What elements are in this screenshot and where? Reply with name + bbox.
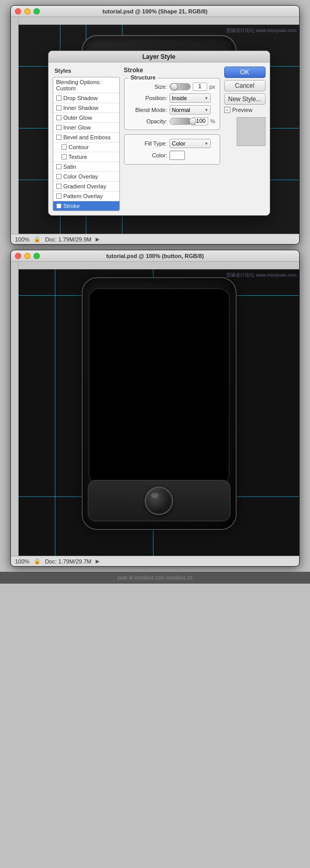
style-item-texture[interactable]: Texture xyxy=(53,152,119,162)
checkbox-drop-shadow[interactable] xyxy=(56,95,61,101)
close-button-2[interactable] xyxy=(15,253,21,259)
color-row: Color: xyxy=(129,151,215,160)
ruler-horizontal-1 xyxy=(19,17,299,25)
style-item-stroke[interactable]: ✓ Stroke xyxy=(53,201,119,211)
style-item-pattern-overlay[interactable]: Pattern Overlay xyxy=(53,191,119,201)
style-item-gradient-overlay[interactable]: Gradient Overlay xyxy=(53,182,119,191)
dialog-title: Layer Style xyxy=(142,53,175,60)
style-item-inner-glow[interactable]: Inner Glow xyxy=(53,123,119,133)
style-item-satin[interactable]: Satin xyxy=(53,162,119,172)
size-slider[interactable] xyxy=(169,83,191,90)
canvas-content-2: 思缘设计论坛 www.missyuan.com xyxy=(19,269,299,556)
style-item-inner-shadow[interactable]: Inner Shadow xyxy=(53,103,119,113)
fill-type-section: Fill Type: Color ▼ Color: xyxy=(124,134,220,165)
checkbox-outer-glow[interactable] xyxy=(56,115,61,120)
position-select[interactable]: Inside ▼ xyxy=(169,93,211,103)
phone-bottom-bar xyxy=(88,480,230,521)
style-label-inner-glow: Inner Glow xyxy=(64,124,91,131)
checkbox-gradient-overlay[interactable] xyxy=(56,184,61,189)
window-2-title: tutorial.psd @ 100% (button, RGB/8) xyxy=(106,253,204,259)
position-select-wrapper: Inside ▼ xyxy=(169,93,211,103)
blend-mode-select[interactable]: Normal ▼ xyxy=(169,105,211,115)
style-label-satin: Satin xyxy=(64,164,76,170)
checkbox-bevel[interactable] xyxy=(56,135,61,140)
size-label: Size: xyxy=(129,84,167,90)
checkbox-stroke[interactable]: ✓ xyxy=(56,203,61,208)
opacity-label: Opacity: xyxy=(129,118,167,124)
opacity-slider-thumb[interactable] xyxy=(189,118,196,125)
opacity-unit: % xyxy=(210,118,215,124)
style-item-contour[interactable]: Contour xyxy=(53,142,119,152)
layer-style-dialog: Layer Style Styles Blending Options: Cus… xyxy=(48,51,270,216)
style-item-color-overlay[interactable]: Color Overlay xyxy=(53,172,119,182)
checkbox-inner-glow[interactable] xyxy=(56,125,61,130)
settings-panel: Stroke Structure Size: 1 px xyxy=(124,67,220,211)
ps-window-1: tutorial.psd @ 100% (Shape 21, RGB/8) 思缘… xyxy=(10,5,300,245)
ok-button[interactable]: OK xyxy=(224,67,266,78)
size-row: Size: 1 px xyxy=(129,83,215,91)
new-style-button[interactable]: New Style... xyxy=(224,93,266,105)
maximize-button-2[interactable] xyxy=(34,253,40,259)
watermark-2: 思缘设计论坛 www.missyuan.com xyxy=(226,272,297,279)
zoom-level-1: 100% xyxy=(15,236,29,243)
style-label-inner-shadow: Inner Shadow xyxy=(64,105,99,111)
zoom-level-2: 100% xyxy=(15,558,29,565)
fill-type-row: Fill Type: Color ▼ xyxy=(129,139,215,148)
size-slider-thumb[interactable] xyxy=(171,83,178,90)
style-item-blending[interactable]: Blending Options: Custom xyxy=(53,77,119,93)
window-2-titlebar: tutorial.psd @ 100% (button, RGB/8) xyxy=(11,250,299,262)
size-unit: px xyxy=(209,84,215,90)
minimize-button-2[interactable] xyxy=(24,253,30,259)
color-label: Color: xyxy=(129,152,167,158)
size-input[interactable]: 1 xyxy=(193,83,207,91)
dialog-buttons: OK Cancel New Style... ✓ Preview xyxy=(224,67,266,211)
cancel-button[interactable]: Cancel xyxy=(224,80,266,91)
position-row: Position: Inside ▼ xyxy=(129,93,215,103)
style-item-drop-shadow[interactable]: Drop Shadow xyxy=(53,93,119,103)
preview-checkbox[interactable]: ✓ xyxy=(224,107,230,113)
position-value: Inside xyxy=(172,95,187,101)
checkbox-inner-shadow[interactable] xyxy=(56,105,61,110)
minimize-button-1[interactable] xyxy=(24,8,30,14)
styles-list: Blending Options: Custom Drop Shadow Inn… xyxy=(53,77,120,211)
fill-type-select[interactable]: Color ▼ xyxy=(169,139,211,148)
status-arrow-2: ▶ xyxy=(96,558,100,564)
statusbar-2: 100% 🔒 Doc: 1.79M/29.7M ▶ xyxy=(11,556,299,566)
dialog-titlebar: Layer Style xyxy=(49,51,270,62)
fill-type-value: Color xyxy=(172,140,185,147)
preview-label-row: ✓ Preview xyxy=(224,107,266,113)
ruler-horizontal-2 xyxy=(19,262,299,269)
preview-area xyxy=(237,117,266,146)
watermark-1: 思缘设计论坛 www.missyuan.com xyxy=(226,27,297,34)
status-icon-2: 🔒 xyxy=(34,558,41,565)
checkbox-satin[interactable] xyxy=(56,164,61,169)
stroke-section-title: Stroke xyxy=(124,67,220,74)
fill-type-label: Fill Type: xyxy=(129,140,167,147)
statusbar-1: 100% 🔒 Doc: 1.79M/29.9M ▶ xyxy=(11,234,299,244)
phone-mockup-2 xyxy=(82,277,237,530)
opacity-slider[interactable] xyxy=(169,118,192,125)
checkbox-texture[interactable] xyxy=(61,154,67,159)
window-controls-1 xyxy=(15,8,40,14)
style-label-stroke: Stroke xyxy=(64,203,80,209)
guide-v-2-1 xyxy=(55,269,55,556)
style-label-pattern-overlay: Pattern Overlay xyxy=(64,193,103,199)
maximize-button-1[interactable] xyxy=(34,8,40,14)
close-button-1[interactable] xyxy=(15,8,21,14)
style-item-outer-glow[interactable]: Outer Glow xyxy=(53,113,119,123)
style-item-bevel[interactable]: Bevel and Emboss xyxy=(53,133,119,142)
blend-mode-value: Normal xyxy=(172,107,190,113)
checkbox-pattern-overlay[interactable] xyxy=(56,194,61,199)
home-button[interactable] xyxy=(145,487,173,515)
style-label-contour: Contour xyxy=(69,144,89,150)
opacity-row: Opacity: 100 % xyxy=(129,117,215,125)
checkbox-contour[interactable] xyxy=(61,144,67,150)
structure-section-label: Structure xyxy=(129,74,158,81)
fill-type-select-arrow: ▼ xyxy=(205,141,209,146)
checkbox-color-overlay[interactable] xyxy=(56,174,61,179)
doc-size-2: Doc: 1.79M/29.7M xyxy=(45,558,91,565)
style-label-gradient-overlay: Gradient Overlay xyxy=(64,183,106,189)
color-swatch[interactable] xyxy=(169,151,185,160)
position-select-arrow: ▼ xyxy=(205,96,209,101)
styles-header: Styles xyxy=(53,67,120,75)
